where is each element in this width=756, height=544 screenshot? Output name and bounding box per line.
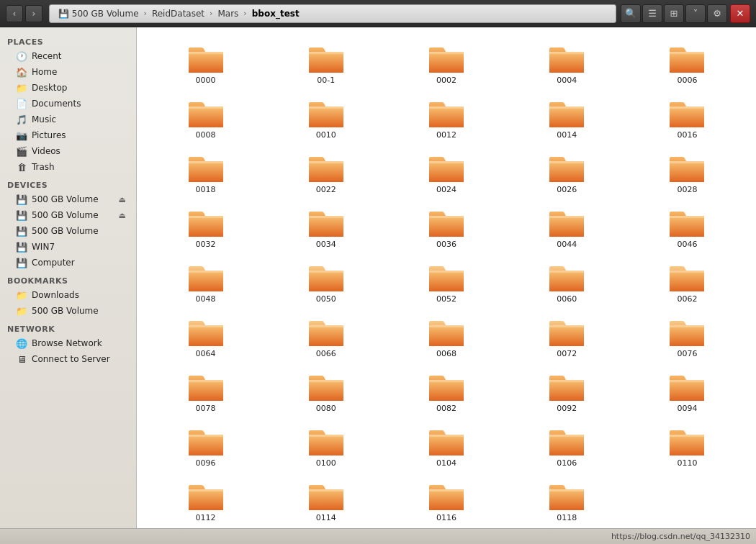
breadcrumb-500gb[interactable]: 💾 500 GB Volume [54,7,143,20]
grid-view-button[interactable]: ⊞ [664,4,684,23]
folder-item-0116[interactable]: 0116 [387,475,505,527]
settings-button[interactable]: ⚙ [707,4,727,23]
sidebar-item-desktop[interactable]: 📁 Desktop [3,80,133,96]
folder-item-0060[interactable]: 0060 [508,256,626,308]
sidebar-item-connect-server[interactable]: 🖥 Connect to Server [3,351,133,367]
folder-icon [187,315,225,347]
folder-icon [428,42,465,73]
sidebar: Places 🕐 Recent 🏠 Home 📁 Desktop 📄 Docum… [0,27,137,528]
folder-item-0008[interactable]: 0008 [147,92,264,144]
folder-item-0032[interactable]: 0032 [147,201,264,253]
eject-icon-1[interactable]: ⏏ [119,195,126,204]
folder-item-0094[interactable]: 0094 [629,366,746,417]
folder-item-0092[interactable]: 0092 [508,366,626,417]
sidebar-item-browse-network[interactable]: 🌐 Browse Network [3,335,133,351]
content-area: 0000 [137,27,756,528]
folder-icon [307,315,345,347]
folder-item-0062[interactable]: 0062 [629,256,746,308]
sidebar-item-bookmark-500gb[interactable]: 📁 500 GB Volume [3,303,133,319]
drive-icon-3: 💾 [16,225,27,237]
eject-icon-2[interactable]: ⏏ [119,211,126,220]
sidebar-item-trash[interactable]: 🗑 Trash [3,159,133,175]
folder-label: 0060 [557,294,577,304]
folder-item-0024[interactable]: 0024 [387,147,505,199]
sidebar-label-pictures: Pictures [32,130,66,140]
folder-item-0044[interactable]: 0044 [508,201,626,253]
folder-item-0012[interactable]: 0012 [387,92,505,144]
folder-item-0036[interactable]: 0036 [387,201,505,253]
documents-icon: 📄 [16,98,27,109]
sidebar-item-downloads[interactable]: 📁 Downloads [3,287,133,303]
folder-label: 0066 [316,349,336,358]
folder-label: 0032 [196,240,216,249]
sidebar-item-videos[interactable]: 🎬 Videos [3,143,133,159]
folder-item-0100[interactable]: 0100 [267,420,384,472]
folder-item-0048[interactable]: 0048 [147,256,264,308]
search-button[interactable]: 🔍 [621,4,641,23]
folder-item-0072[interactable]: 0072 [508,311,626,363]
sidebar-item-win7[interactable]: 💾 WIN7 [3,239,133,255]
folder-item-0046[interactable]: 0046 [629,201,746,253]
folder-item-0016[interactable]: 0016 [629,92,746,144]
folder-item-0034[interactable]: 0034 [267,201,384,253]
close-button[interactable]: ✕ [730,4,750,23]
sidebar-item-device1[interactable]: 💾 500 GB Volume ⏏ [3,191,133,207]
folder-item-0052[interactable]: 0052 [387,256,505,308]
folder-item-0096[interactable]: 0096 [147,420,264,472]
folder-item-0000[interactable]: 0000 [147,37,264,89]
folder-item-0066[interactable]: 0066 [267,311,384,363]
sidebar-item-recent[interactable]: 🕐 Recent [3,48,133,64]
folder-item-0064[interactable]: 0064 [147,311,264,363]
folder-item-0002[interactable]: 0002 [387,37,505,89]
folder-label: 0046 [677,240,697,249]
videos-icon: 🎬 [16,145,27,157]
sidebar-item-device3[interactable]: 💾 500 GB Volume [3,223,133,239]
folder-label: 0050 [316,294,336,304]
folder-item-0018[interactable]: 0018 [147,147,264,199]
back-button[interactable]: ‹ [6,5,23,22]
forward-button[interactable]: › [25,5,42,22]
folder-item-0110[interactable]: 0110 [629,420,746,472]
breadcrumb-reid[interactable]: ReidDataset [148,7,209,20]
sidebar-item-device2[interactable]: 💾 500 GB Volume ⏏ [3,207,133,223]
breadcrumb-mars[interactable]: Mars [213,7,243,20]
folder-item-00-1[interactable]: 00-1 [267,37,384,89]
sidebar-item-documents[interactable]: 📄 Documents [3,96,133,112]
sidebar-item-pictures[interactable]: 📷 Pictures [3,127,133,143]
folder-label: 0044 [557,240,577,249]
folder-label: 0010 [316,130,336,140]
folder-item-0010[interactable]: 0010 [267,92,384,144]
folder-item-0076[interactable]: 0076 [629,311,746,363]
folder-icon [428,151,465,183]
folder-item-0114[interactable]: 0114 [267,475,384,527]
folder-item-0080[interactable]: 0080 [267,366,384,417]
folder-item-0022[interactable]: 0022 [267,147,384,199]
folder-icon [668,260,706,292]
folder-label: 0052 [436,294,456,304]
folder-item-0078[interactable]: 0078 [147,366,264,417]
folder-item-0106[interactable]: 0106 [508,420,626,472]
sidebar-item-computer[interactable]: 💾 Computer [3,255,133,271]
folder-item-0112[interactable]: 0112 [147,475,264,527]
menu-button[interactable]: ☰ [642,4,662,23]
sidebar-label-home: Home [32,67,57,77]
folder-item-0006[interactable]: 0006 [629,37,746,89]
folder-item-0028[interactable]: 0028 [629,147,746,199]
folder-item-0050[interactable]: 0050 [267,256,384,308]
folder-item-0004[interactable]: 0004 [508,37,626,89]
breadcrumb-bbox[interactable]: bbox_test [248,7,304,20]
sidebar-item-music[interactable]: 🎵 Music [3,112,133,127]
folder-icon [668,42,706,73]
sidebar-label-device3: 500 GB Volume [32,226,99,236]
folder-item-0014[interactable]: 0014 [508,92,626,144]
sidebar-item-home[interactable]: 🏠 Home [3,64,133,80]
folder-item-0068[interactable]: 0068 [387,311,505,363]
folder-icon [548,42,585,73]
folder-item-0118[interactable]: 0118 [508,475,626,527]
folder-item-0104[interactable]: 0104 [387,420,505,472]
bookmark-drive-icon: 📁 [16,305,27,317]
folder-item-0082[interactable]: 0082 [387,366,505,417]
folder-item-0026[interactable]: 0026 [508,147,626,199]
sort-button[interactable]: ˅ [685,4,706,23]
clock-icon: 🕐 [16,50,27,62]
